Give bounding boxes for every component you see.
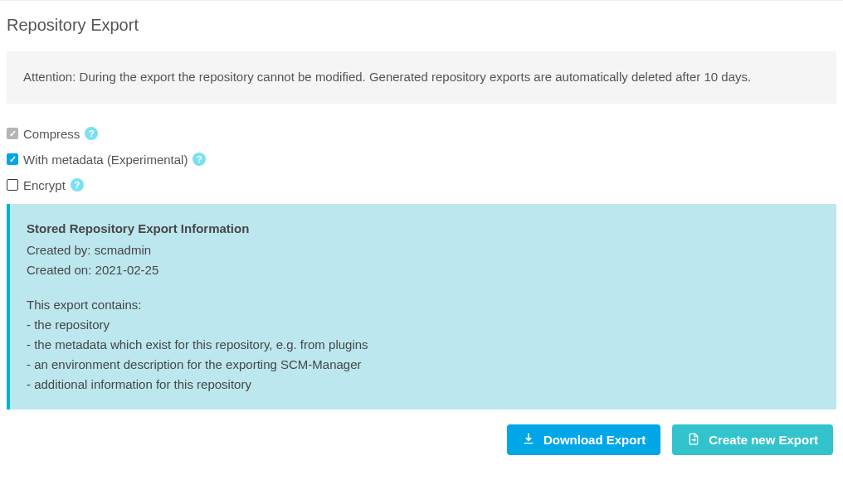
- created-on-value: 2021-02-25: [95, 263, 159, 277]
- created-by-label: Created by:: [27, 243, 91, 257]
- export-info-title: Stored Repository Export Information: [27, 219, 820, 239]
- spacer: [27, 280, 820, 295]
- help-icon[interactable]: ?: [192, 153, 206, 166]
- contains-item: - additional information for this reposi…: [27, 375, 820, 395]
- contains-item: - the repository: [27, 315, 820, 335]
- create-export-label: Create new Export: [709, 433, 818, 447]
- created-by-line: Created by: scmadmin: [27, 240, 820, 260]
- export-info-panel: Stored Repository Export Information Cre…: [7, 204, 836, 410]
- button-row: Download Export Create new Export: [7, 424, 836, 455]
- help-icon[interactable]: ?: [85, 127, 98, 140]
- created-by-value: scmadmin: [95, 243, 151, 257]
- created-on-label: Created on:: [27, 263, 91, 277]
- created-on-line: Created on: 2021-02-25: [27, 260, 820, 280]
- help-icon[interactable]: ?: [71, 178, 84, 191]
- contains-item: - an environment description for the exp…: [27, 355, 820, 375]
- download-export-button[interactable]: Download Export: [507, 424, 660, 455]
- contains-item: - the metadata which exist for this repo…: [27, 335, 820, 355]
- metadata-row: ✓ With metadata (Experimental) ?: [7, 153, 836, 167]
- compress-row: ✓ Compress ?: [7, 127, 836, 141]
- notice-box: Attention: During the export the reposit…: [7, 51, 836, 104]
- notice-text: Attention: During the export the reposit…: [23, 70, 751, 84]
- encrypt-row: Encrypt ?: [7, 178, 836, 192]
- download-icon: [522, 433, 535, 446]
- page-title: Repository Export: [7, 16, 836, 35]
- file-export-icon: [687, 433, 700, 446]
- download-export-label: Download Export: [543, 433, 646, 447]
- top-divider: [0, 0, 843, 1]
- metadata-label: With metadata (Experimental): [23, 153, 188, 167]
- contains-label: This export contains:: [27, 295, 820, 315]
- export-section: Repository Export Attention: During the …: [0, 16, 843, 455]
- metadata-checkbox[interactable]: ✓: [7, 153, 18, 165]
- create-export-button[interactable]: Create new Export: [672, 424, 833, 455]
- compress-label: Compress: [23, 127, 80, 141]
- encrypt-label: Encrypt: [23, 178, 66, 192]
- compress-checkbox: ✓: [7, 128, 18, 139]
- encrypt-checkbox[interactable]: [7, 179, 18, 191]
